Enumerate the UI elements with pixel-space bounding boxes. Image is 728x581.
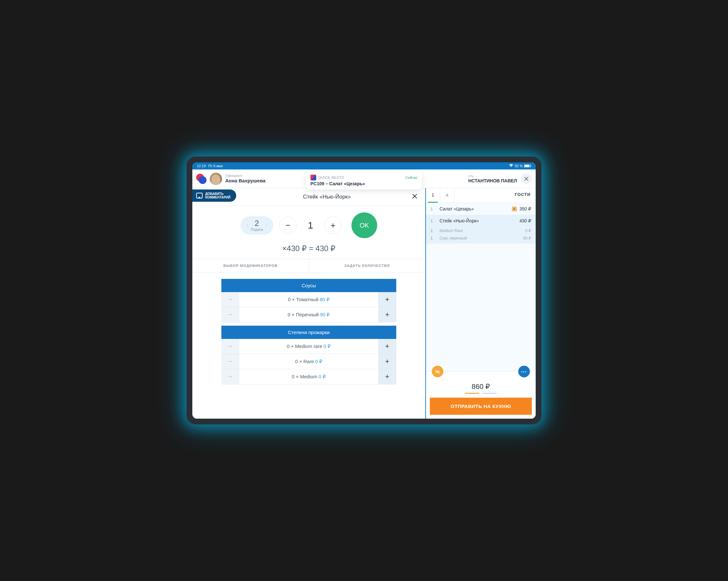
ok-button[interactable]: OK (352, 212, 377, 238)
modifier-label: 0 × Томатный80 ₽ (239, 292, 378, 307)
battery-icon (524, 164, 531, 168)
modifier-increase-button[interactable]: + (378, 307, 396, 322)
more-button[interactable]: ⋯ (518, 366, 530, 377)
chevron-left-icon: ‹ (247, 223, 248, 228)
order-list: 1 Салат «Цезарь» К 350 ₽ 1 Стейк «Нью-Йо… (426, 203, 536, 371)
order-subitem-row: 1 Соус перечный 80 ₽ (426, 234, 536, 244)
notification-body: PC109 – Салат «Цезарь» (310, 181, 418, 186)
modifier-group-header: Степени прожарки (222, 326, 396, 339)
add-comment-line2: КОММЕНТАРИЙ (205, 196, 230, 199)
modifier-decrease-button[interactable]: − (222, 354, 239, 369)
modifier-decrease-button[interactable]: − (222, 339, 239, 354)
order-item-row[interactable]: 1 Салат «Цезарь» К 350 ₽ (426, 203, 536, 215)
modifier-row: − 0 × Rare0 ₽ + (222, 354, 396, 369)
modifier-decrease-button[interactable]: − (222, 307, 239, 322)
modifier-increase-button[interactable]: + (378, 369, 396, 384)
modifier-row: − 0 × Medium rare0 ₽ + (222, 339, 396, 354)
guest-info: сть НСТАНТИНОВ ПАВЕЛ (468, 173, 532, 184)
guest-tab-1[interactable]: 1 (426, 188, 440, 203)
guest-add-button[interactable]: + (440, 188, 454, 203)
close-button[interactable] (521, 173, 532, 184)
order-total: 860 ₽ (426, 377, 536, 393)
tab-quantity[interactable]: ЗАДАТЬ КОЛИЧЕСТВО (309, 259, 426, 272)
order-panel: 1 + ГОСТИ 1 Салат «Цезарь» К 350 ₽ 1 Сте… (426, 188, 536, 419)
modifier-increase-button[interactable]: + (378, 354, 396, 369)
status-date: Пт 6 мая (208, 164, 223, 168)
modifier-label: 0 × Medium0 ₽ (239, 369, 378, 384)
main-panel: ДОБАВИТЬ КОММЕНТАРИЙ Стейк «Нью-Йорк» ‹ … (192, 188, 426, 419)
modifiers-list: Соусы − 0 × Томатный80 ₽ + − 0 × Перечны… (192, 272, 425, 419)
waiter-info: Официант Анна Вахрушева (225, 174, 266, 184)
content: ДОБАВИТЬ КОММЕНТАРИЙ Стейк «Нью-Йорк» ‹ … (192, 188, 536, 419)
modifier-label: 0 × Перечный90 ₽ (239, 307, 378, 322)
notification-app-name: QUICK RESTO (318, 176, 344, 179)
modifier-label: 0 × Medium rare0 ₽ (239, 339, 378, 354)
order-footer: % ⋯ 860 ₽ ОТПРАВИТЬ НА КУХНЮ (426, 371, 536, 419)
serving-selector[interactable]: ‹ 2 Подача › (240, 216, 273, 235)
modifier-decrease-button[interactable]: − (222, 369, 239, 384)
guest-name: НСТАНТИНОВ ПАВЕЛ (468, 178, 517, 184)
waiter-name: Анна Вахрушева (225, 178, 266, 184)
order-item-row[interactable]: 1 Стейк «Нью-Йорк» 430 ₽ (426, 215, 536, 227)
discount-button[interactable]: % (432, 366, 443, 377)
add-comment-line1: ДОБАВИТЬ (205, 192, 230, 196)
total-indicators (426, 393, 536, 398)
qty-increase-button[interactable]: + (324, 217, 342, 234)
notification-app-icon (310, 175, 316, 180)
waiter-role-label: Официант (225, 174, 266, 178)
serving-number: 2 (255, 220, 259, 227)
modifier-decrease-button[interactable]: − (222, 292, 239, 307)
screen: 12:19 Пт 6 мая 92 % Официант Анна Ва (192, 162, 536, 419)
wifi-icon (509, 164, 513, 168)
qty-decrease-button[interactable]: − (279, 217, 296, 234)
push-notification[interactable]: QUICK RESTO Сейчас PC109 – Салат «Цезарь… (306, 171, 422, 190)
qty-value: 1 (302, 220, 318, 231)
guest-role-label: сть (468, 174, 473, 178)
app-logo-icon (196, 174, 207, 184)
order-subitem-row: 1 Medium Rare 0 ₽ (426, 227, 536, 234)
modifier-row: − 0 × Томатный80 ₽ + (222, 292, 396, 307)
comment-icon (196, 193, 203, 199)
avatar[interactable] (210, 173, 222, 185)
guest-tabs: 1 + ГОСТИ (426, 188, 536, 203)
modifier-increase-button[interactable]: + (378, 339, 396, 354)
quantity-row: ‹ 2 Подача › − 1 + OK (192, 206, 425, 241)
svg-rect-2 (530, 165, 531, 167)
price-calculation: ×430 ₽ = 430 ₽ (192, 241, 425, 259)
add-comment-button[interactable]: ДОБАВИТЬ КОММЕНТАРИЙ (192, 190, 236, 202)
modifier-row: − 0 × Перечный90 ₽ + (222, 307, 396, 323)
notification-time: Сейчас (405, 176, 418, 179)
guests-label[interactable]: ГОСТИ (454, 188, 536, 203)
modifier-tabs: ВЫБОР МОДИФИКАТОРОВ ЗАДАТЬ КОЛИЧЕСТВО (192, 259, 425, 272)
modifier-row: − 0 × Medium0 ₽ + (222, 369, 396, 384)
modifier-label: 0 × Rare0 ₽ (239, 354, 378, 369)
modifier-group-header: Соусы (222, 279, 396, 292)
svg-rect-1 (525, 165, 529, 167)
send-to-kitchen-button[interactable]: ОТПРАВИТЬ НА КУХНЮ (430, 398, 532, 415)
tablet-frame: 12:19 Пт 6 мая 92 % Официант Анна Ва (186, 156, 542, 425)
serving-label: Подача (251, 228, 263, 231)
item-title: Стейк «Нью-Йорк» (244, 194, 410, 200)
status-bar: 12:19 Пт 6 мая 92 % (192, 162, 536, 170)
status-time: 12:19 (197, 164, 206, 168)
chevron-right-icon: › (266, 223, 267, 228)
kitchen-badge: К (512, 207, 517, 211)
modifier-increase-button[interactable]: + (378, 292, 396, 307)
item-close-button[interactable] (410, 193, 419, 201)
status-battery-pct: 92 % (515, 164, 523, 168)
tab-modifiers[interactable]: ВЫБОР МОДИФИКАТОРОВ (192, 259, 309, 272)
app-header: Официант Анна Вахрушева QUICK RESTO Сейч… (192, 170, 536, 188)
